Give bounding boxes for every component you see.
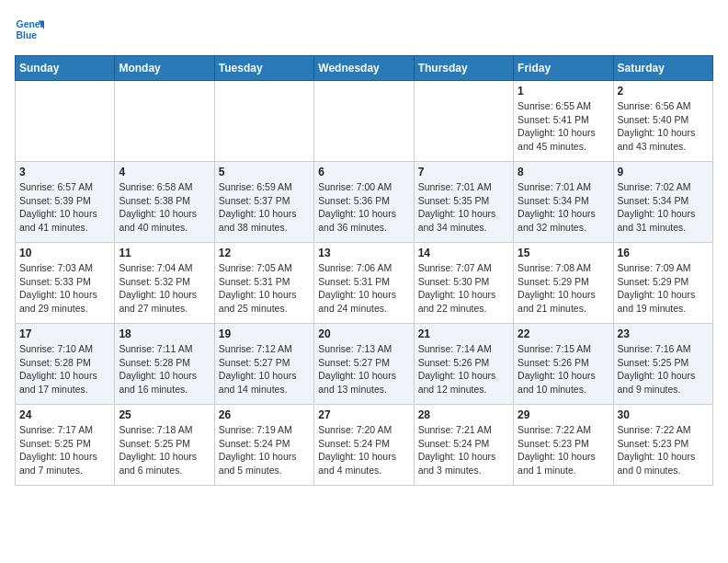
calendar-cell: 17Sunrise: 7:10 AM Sunset: 5:28 PM Dayli… — [16, 324, 115, 405]
calendar-cell: 23Sunrise: 7:16 AM Sunset: 5:25 PM Dayli… — [613, 324, 712, 405]
day-number: 9 — [618, 166, 709, 178]
day-info: Sunrise: 7:06 AM Sunset: 5:31 PM Dayligh… — [318, 261, 409, 316]
weekday-header: Tuesday — [214, 56, 313, 81]
day-info: Sunrise: 7:07 AM Sunset: 5:30 PM Dayligh… — [418, 261, 509, 316]
day-number: 25 — [119, 408, 210, 421]
day-info: Sunrise: 7:11 AM Sunset: 5:28 PM Dayligh… — [119, 342, 210, 396]
day-info: Sunrise: 6:57 AM Sunset: 5:39 PM Dayligh… — [19, 180, 110, 235]
weekday-header: Thursday — [414, 56, 513, 81]
day-number: 24 — [19, 408, 110, 421]
calendar-cell — [16, 81, 115, 162]
calendar-week-row: 10Sunrise: 7:03 AM Sunset: 5:33 PM Dayli… — [16, 243, 713, 324]
calendar-cell: 15Sunrise: 7:08 AM Sunset: 5:29 PM Dayli… — [514, 243, 613, 324]
calendar-cell: 6Sunrise: 7:00 AM Sunset: 5:36 PM Daylig… — [314, 162, 414, 243]
day-number: 26 — [219, 408, 310, 421]
day-info: Sunrise: 7:01 AM Sunset: 5:34 PM Dayligh… — [518, 180, 609, 235]
day-number: 28 — [418, 408, 509, 421]
calendar-cell: 11Sunrise: 7:04 AM Sunset: 5:32 PM Dayli… — [115, 243, 214, 324]
day-info: Sunrise: 7:04 AM Sunset: 5:32 PM Dayligh… — [119, 261, 210, 316]
weekday-header: Friday — [514, 56, 613, 81]
day-number: 3 — [19, 166, 110, 178]
calendar-cell: 4Sunrise: 6:58 AM Sunset: 5:38 PM Daylig… — [115, 162, 214, 243]
calendar-cell: 20Sunrise: 7:13 AM Sunset: 5:27 PM Dayli… — [314, 324, 414, 405]
day-info: Sunrise: 6:55 AM Sunset: 5:41 PM Dayligh… — [518, 99, 609, 154]
day-number: 23 — [618, 327, 709, 340]
calendar-week-row: 17Sunrise: 7:10 AM Sunset: 5:28 PM Dayli… — [16, 324, 713, 405]
day-number: 29 — [518, 408, 609, 421]
day-info: Sunrise: 7:01 AM Sunset: 5:35 PM Dayligh… — [418, 180, 509, 235]
day-info: Sunrise: 7:21 AM Sunset: 5:24 PM Dayligh… — [418, 423, 509, 477]
day-number: 10 — [19, 247, 110, 259]
day-info: Sunrise: 6:56 AM Sunset: 5:40 PM Dayligh… — [618, 99, 709, 154]
weekday-header: Wednesday — [314, 56, 414, 81]
day-number: 27 — [318, 408, 409, 421]
calendar-table: SundayMondayTuesdayWednesdayThursdayFrid… — [15, 55, 713, 486]
day-info: Sunrise: 7:14 AM Sunset: 5:26 PM Dayligh… — [418, 342, 509, 396]
calendar-week-row: 24Sunrise: 7:17 AM Sunset: 5:25 PM Dayli… — [16, 405, 713, 486]
weekday-header: Monday — [115, 56, 214, 81]
day-info: Sunrise: 7:02 AM Sunset: 5:34 PM Dayligh… — [618, 180, 709, 235]
day-info: Sunrise: 7:12 AM Sunset: 5:27 PM Dayligh… — [219, 342, 310, 396]
day-number: 16 — [618, 247, 709, 259]
calendar-cell: 14Sunrise: 7:07 AM Sunset: 5:30 PM Dayli… — [414, 243, 513, 324]
calendar-cell: 26Sunrise: 7:19 AM Sunset: 5:24 PM Dayli… — [214, 405, 313, 486]
day-number: 2 — [618, 85, 709, 98]
calendar-cell: 12Sunrise: 7:05 AM Sunset: 5:31 PM Dayli… — [214, 243, 313, 324]
day-info: Sunrise: 7:05 AM Sunset: 5:31 PM Dayligh… — [219, 261, 310, 316]
day-number: 7 — [418, 166, 509, 178]
day-info: Sunrise: 7:10 AM Sunset: 5:28 PM Dayligh… — [19, 342, 110, 396]
day-info: Sunrise: 7:08 AM Sunset: 5:29 PM Dayligh… — [518, 261, 609, 316]
day-info: Sunrise: 7:19 AM Sunset: 5:24 PM Dayligh… — [219, 423, 310, 477]
day-number: 21 — [418, 327, 509, 340]
day-number: 11 — [119, 247, 210, 259]
calendar-header-row: SundayMondayTuesdayWednesdayThursdayFrid… — [16, 56, 713, 81]
calendar-week-row: 3Sunrise: 6:57 AM Sunset: 5:39 PM Daylig… — [16, 162, 713, 243]
day-number: 20 — [318, 327, 409, 340]
day-number: 17 — [19, 327, 110, 340]
day-number: 13 — [318, 247, 409, 259]
day-info: Sunrise: 7:17 AM Sunset: 5:25 PM Dayligh… — [19, 423, 110, 477]
page-header: General Blue — [15, 15, 713, 44]
calendar-cell — [214, 81, 313, 162]
logo: General Blue — [15, 15, 48, 44]
day-info: Sunrise: 7:20 AM Sunset: 5:24 PM Dayligh… — [318, 423, 409, 477]
day-info: Sunrise: 7:22 AM Sunset: 5:23 PM Dayligh… — [518, 423, 609, 477]
calendar-cell: 13Sunrise: 7:06 AM Sunset: 5:31 PM Dayli… — [314, 243, 414, 324]
day-info: Sunrise: 7:09 AM Sunset: 5:29 PM Dayligh… — [618, 261, 709, 316]
calendar-cell: 22Sunrise: 7:15 AM Sunset: 5:26 PM Dayli… — [514, 324, 613, 405]
calendar-cell: 2Sunrise: 6:56 AM Sunset: 5:40 PM Daylig… — [613, 81, 712, 162]
calendar-cell: 19Sunrise: 7:12 AM Sunset: 5:27 PM Dayli… — [214, 324, 313, 405]
calendar-week-row: 1Sunrise: 6:55 AM Sunset: 5:41 PM Daylig… — [16, 81, 713, 162]
svg-text:Blue: Blue — [17, 30, 38, 40]
calendar-cell: 10Sunrise: 7:03 AM Sunset: 5:33 PM Dayli… — [16, 243, 115, 324]
day-number: 6 — [318, 166, 409, 178]
day-number: 4 — [119, 166, 210, 178]
calendar-cell — [414, 81, 513, 162]
day-info: Sunrise: 7:03 AM Sunset: 5:33 PM Dayligh… — [19, 261, 110, 316]
day-number: 1 — [518, 85, 609, 98]
day-info: Sunrise: 7:13 AM Sunset: 5:27 PM Dayligh… — [318, 342, 409, 396]
day-info: Sunrise: 7:15 AM Sunset: 5:26 PM Dayligh… — [518, 342, 609, 396]
calendar-cell: 25Sunrise: 7:18 AM Sunset: 5:25 PM Dayli… — [115, 405, 214, 486]
day-info: Sunrise: 7:18 AM Sunset: 5:25 PM Dayligh… — [119, 423, 210, 477]
day-info: Sunrise: 7:22 AM Sunset: 5:23 PM Dayligh… — [618, 423, 709, 477]
calendar-cell: 3Sunrise: 6:57 AM Sunset: 5:39 PM Daylig… — [16, 162, 115, 243]
calendar-cell: 5Sunrise: 6:59 AM Sunset: 5:37 PM Daylig… — [214, 162, 313, 243]
calendar-cell — [314, 81, 414, 162]
calendar-cell — [115, 81, 214, 162]
calendar-cell: 18Sunrise: 7:11 AM Sunset: 5:28 PM Dayli… — [115, 324, 214, 405]
calendar-cell: 29Sunrise: 7:22 AM Sunset: 5:23 PM Dayli… — [514, 405, 613, 486]
weekday-header: Sunday — [16, 56, 115, 81]
day-info: Sunrise: 6:59 AM Sunset: 5:37 PM Dayligh… — [219, 180, 310, 235]
calendar-cell: 30Sunrise: 7:22 AM Sunset: 5:23 PM Dayli… — [613, 405, 712, 486]
day-number: 8 — [518, 166, 609, 178]
logo-icon: General Blue — [15, 15, 44, 44]
calendar-cell: 16Sunrise: 7:09 AM Sunset: 5:29 PM Dayli… — [613, 243, 712, 324]
day-info: Sunrise: 7:16 AM Sunset: 5:25 PM Dayligh… — [618, 342, 709, 396]
day-info: Sunrise: 7:00 AM Sunset: 5:36 PM Dayligh… — [318, 180, 409, 235]
day-number: 5 — [219, 166, 310, 178]
day-number: 18 — [119, 327, 210, 340]
calendar-cell: 24Sunrise: 7:17 AM Sunset: 5:25 PM Dayli… — [16, 405, 115, 486]
day-number: 30 — [618, 408, 709, 421]
calendar-cell: 27Sunrise: 7:20 AM Sunset: 5:24 PM Dayli… — [314, 405, 414, 486]
